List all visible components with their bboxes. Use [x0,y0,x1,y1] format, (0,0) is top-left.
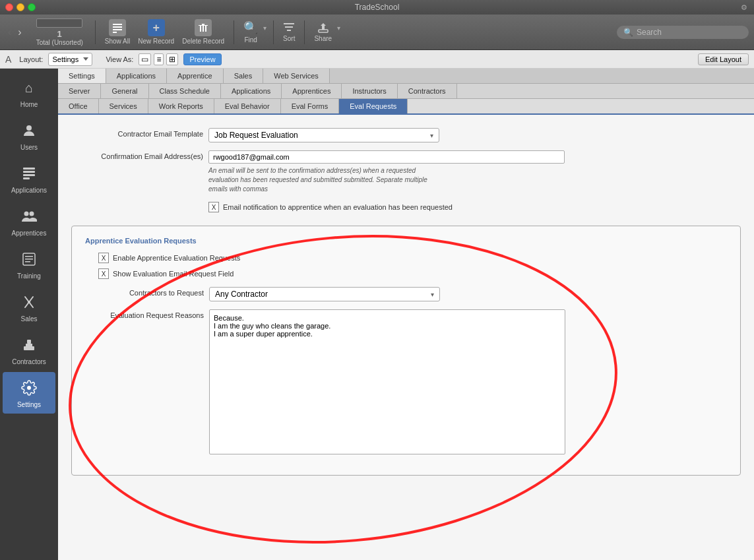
svg-rect-8 [205,26,206,32]
svg-rect-22 [25,259,33,260]
sidebar-item-applications[interactable]: Applications [3,158,55,199]
training-icon [18,249,40,270]
confirmation-email-control: An email will be sent to the confirmatio… [208,150,741,194]
tab-sales[interactable]: Sales [224,69,264,83]
svg-rect-12 [319,30,328,32]
new-record-label: New Record [138,38,174,45]
back-button[interactable]: ‹ [5,25,14,40]
sidebar-item-settings[interactable]: Settings [3,372,55,414]
share-button[interactable]: Share [314,22,332,42]
minimize-button[interactable] [16,3,24,11]
maximize-button[interactable] [28,3,36,11]
nav-buttons: ‹ › [5,25,24,40]
tab-services[interactable]: Services [99,99,148,113]
sort-button[interactable]: Sort [283,22,295,42]
tab-server[interactable]: Server [58,84,101,98]
tab-general[interactable]: General [101,84,148,98]
tab-apprentices[interactable]: Apprentices [282,84,342,98]
share-label: Share [314,35,332,42]
show-all-button[interactable]: Show All [105,19,130,45]
tab-row-1: Settings Applications Apprentice Sales W… [58,69,754,84]
checkbox3[interactable]: X [98,268,109,279]
separator-4 [304,20,305,44]
checkbox2[interactable]: X [98,253,109,263]
eval-request-reasons-control: Because. I am the guy who cleans the gar… [209,309,727,456]
separator-2 [234,20,234,44]
sidebar-item-home[interactable]: ⌂ Home [3,72,55,113]
svg-rect-7 [203,26,204,32]
tab-instructors[interactable]: Instructors [342,84,397,98]
svg-rect-4 [202,24,204,25]
contractors-to-request-select[interactable]: Any Contractor [215,290,434,299]
sidebar-item-sales[interactable]: Sales [3,286,55,328]
view-as-label: View As: [106,55,133,63]
sidebar-item-users-label: Users [20,144,38,151]
sidebar-item-contractors[interactable]: Contractors [3,329,55,371]
tab-eval-behavior[interactable]: Eval Behavior [214,99,281,113]
tab-web-services[interactable]: Web Services [263,69,330,83]
sidebar-item-users[interactable]: Users [3,115,55,156]
form-content: Contractor Email Template Job Request Ev… [58,115,754,560]
view-list-button[interactable]: ≡ [154,53,164,65]
tab-row-3: Office Services Work Reports Eval Behavi… [58,99,754,115]
forward-button[interactable]: › [15,25,24,40]
record-total: Total (Unsorted) [36,39,83,46]
delete-record-button[interactable]: Delete Record [182,19,224,45]
sidebar-item-training[interactable]: Training [3,243,55,285]
checkbox1-check: X [212,204,216,211]
svg-point-13 [26,125,32,131]
tab-office[interactable]: Office [58,99,99,113]
sidebar-item-sales-label: Sales [20,315,37,323]
preview-button[interactable]: Preview [183,53,221,65]
record-count: 1 [57,29,62,39]
svg-rect-16 [23,174,35,176]
view-form-button[interactable]: ▭ [139,53,151,65]
svg-rect-1 [113,26,122,28]
tab-settings[interactable]: Settings [58,69,106,83]
users-icon [18,120,40,141]
tab-applications[interactable]: Applications [106,69,167,83]
checkbox3-check: X [102,270,106,278]
contractor-email-select[interactable]: Job Request Evaluation [214,131,433,140]
edit-layout-button[interactable]: Edit Layout [698,53,749,65]
contractors-to-request-select-wrapper[interactable]: Any Contractor ▾ [209,287,440,301]
close-button[interactable] [5,3,13,11]
eval-request-reasons-textarea[interactable]: Because. I am the guy who cleans the gar… [209,309,565,454]
search-input[interactable] [637,28,742,37]
svg-rect-5 [199,25,208,26]
tab-work-reports[interactable]: Work Reports [148,99,214,113]
contractor-email-row: Contractor Email Template Job Request Ev… [71,128,741,142]
sort-label: Sort [283,35,295,42]
sidebar-item-apprentices[interactable]: Apprentices [3,201,55,242]
tab-class-schedule[interactable]: Class Schedule [149,84,221,98]
tab-eval-forms[interactable]: Eval Forms [281,99,340,113]
sidebar: ⌂ Home Users Applications Apprentices [0,69,58,560]
checkbox1[interactable]: X [208,202,219,212]
checkbox2-check: X [102,255,106,262]
new-record-button[interactable]: + New Record [138,19,174,45]
search-box[interactable]: 🔍 [617,26,749,39]
sidebar-item-apprentices-label: Apprentices [12,230,47,237]
tab-applications2[interactable]: Applications [221,84,282,98]
applications-icon [18,163,40,184]
confirmation-email-input[interactable] [208,150,565,164]
tab-contractors[interactable]: Contractors [398,84,457,98]
layout-select[interactable]: Settings [48,53,92,66]
tab-eval-requests[interactable]: Eval Requests [339,99,408,113]
sidebar-item-training-label: Training [17,272,41,280]
layout-bar: A Layout: Settings View As: ▭ ≡ ⊞ Previe… [0,50,754,69]
contractors-icon [18,334,40,356]
find-button[interactable]: 🔍 Find [243,20,258,44]
tab-apprentice[interactable]: Apprentice [167,69,224,83]
view-table-button[interactable]: ⊞ [166,53,178,65]
view-options: ▭ ≡ ⊞ [139,53,178,65]
helper-text: An email will be sent to the confirmatio… [208,166,439,194]
contractor-email-select-wrapper[interactable]: Job Request Evaluation ▾ [208,128,439,142]
confirmation-email-row: Confirmation Email Address(es) An email … [71,150,741,194]
tab-row-2: Server General Class Schedule Applicatio… [58,84,754,99]
sales-icon [18,292,40,313]
svg-rect-0 [113,24,122,25]
svg-rect-14 [23,168,35,170]
svg-rect-15 [23,171,35,173]
apprentice-eval-section: Apprentice Evaluation Requests X Enable … [71,226,741,476]
